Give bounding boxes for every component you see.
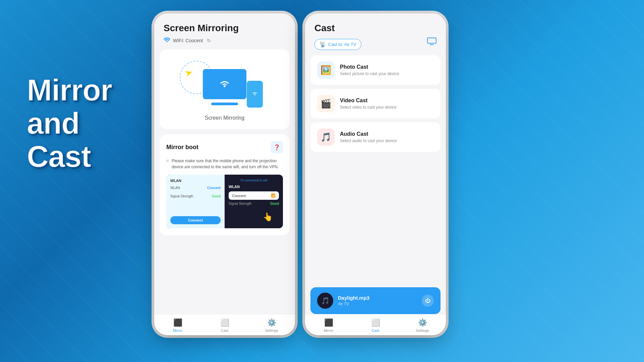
wlan-network: Coocent <box>232 194 246 198</box>
hero-text: Mirror and Cast <box>27 74 112 173</box>
tutorial-signal-row: Signal Strength Good <box>170 193 221 199</box>
cast-screen-icon <box>427 38 436 47</box>
settings-nav-label: Settings <box>265 328 278 333</box>
mirror-boot-card: Mirror boot ❓ Please make sure that the … <box>160 134 290 235</box>
signal-row: Signal Strength Good <box>229 202 279 205</box>
audio-cast-sub: Select audio to cast your device <box>340 138 397 143</box>
mirror-nav-label: Mirror <box>173 328 183 333</box>
audio-cast-card[interactable]: 🎵 Audio Cast Select audio to cast your d… <box>310 122 441 152</box>
tutorial-connect-btn[interactable]: Connect <box>170 216 221 224</box>
now-playing-title: Daylight.mp3 <box>338 295 417 301</box>
audio-cast-icon-wrap: 🎵 <box>317 128 335 146</box>
audio-icon: 🎵 <box>320 132 331 142</box>
nav-mirror[interactable]: ⬛ Mirror <box>154 318 201 333</box>
tutorial-wlan-text: WLAN <box>170 186 180 190</box>
cast-phone-header: Cast 📡 Cast to: Air TV <box>305 13 446 55</box>
tutorial-network: Coocent <box>207 186 221 190</box>
tutorial-signal-label: Signal Strength <box>170 194 193 198</box>
tutorial-right: TV connected to wifi WLAN Coocent 📶 Sign… <box>225 175 283 228</box>
wifi-label: WIFI: Coocent <box>173 38 203 43</box>
hero-line2: and <box>27 107 112 140</box>
now-playing-thumb: 🎵 <box>317 293 333 309</box>
cast-nav-settings[interactable]: ⚙️ Settings <box>399 318 446 333</box>
mirror-boot-header: Mirror boot ❓ <box>166 141 283 153</box>
refresh-icon[interactable]: ↻ <box>207 38 211 43</box>
video-cast-icon-wrap: 🎬 <box>317 95 335 112</box>
tv-shape <box>203 69 246 99</box>
tutorial-tv-connected: TV connected to wifi <box>229 179 279 182</box>
cast-settings-nav-label: Settings <box>416 328 429 333</box>
cast-settings-nav-icon: ⚙️ <box>418 318 427 327</box>
photo-cast-icon-wrap: 🖼️ <box>317 61 335 79</box>
cast-phone: Cast 📡 Cast to: Air TV 🖼️ Photo <box>305 13 446 335</box>
wlan-box: Coocent 📶 <box>229 191 279 200</box>
wlan-wifi-icon: 📶 <box>271 193 276 198</box>
mirror-card[interactable]: ➤ <box>160 49 290 129</box>
tutorial-wlan-row: WLAN Coocent <box>170 185 221 191</box>
tv-wifi-icon <box>218 77 231 91</box>
cast-nav-mirror[interactable]: ⬛ Mirror <box>305 318 352 333</box>
phones-container: Screen Mirroring WIFI: Coocent ↻ ➤ <box>154 13 446 335</box>
nav-settings[interactable]: ⚙️ Settings <box>248 318 295 333</box>
tutorial-left: WLAN WLAN Coocent Signal Strength Good C… <box>166 175 225 228</box>
wifi-tutorial: WLAN WLAN Coocent Signal Strength Good C… <box>166 175 283 228</box>
phone-wifi-icon <box>252 91 257 97</box>
now-playing-sub: Air TV <box>338 302 417 306</box>
cast-cast-nav-icon: ⬜ <box>371 318 380 327</box>
wifi-icon <box>164 37 170 44</box>
nav-cast[interactable]: ⬜ Cast <box>201 318 248 333</box>
wifi-bar: WIFI: Coocent ↻ <box>164 37 286 44</box>
audio-cast-title: Audio Cast <box>340 131 397 137</box>
svg-rect-2 <box>427 38 436 43</box>
mirror-illustration: ➤ <box>166 57 283 111</box>
mirror-boot-title: Mirror boot <box>166 144 198 151</box>
tutorial-wlan-label: WLAN <box>170 179 221 183</box>
video-cast-text: Video Cast Select video to cast your dev… <box>340 98 397 110</box>
mirror-nav-icon: ⬛ <box>173 318 182 327</box>
cast-phone-nav: ⬛ Mirror ⬜ Cast ⚙️ Settings <box>305 314 446 335</box>
boot-instruction: Please make sure that the mobile phone a… <box>166 158 283 170</box>
hero-line3: Cast <box>27 140 112 173</box>
mirror-phone-header: Screen Mirroring WIFI: Coocent ↻ <box>154 13 295 49</box>
cast-phone-title: Cast <box>314 23 436 34</box>
power-button[interactable]: ⏻ <box>422 295 434 307</box>
cast-mirror-nav-icon: ⬛ <box>324 318 333 327</box>
video-cast-sub: Select video to cast your device <box>340 105 397 110</box>
cast-nav-cast[interactable]: ⬜ Cast <box>352 318 399 333</box>
hand-cursor: 👆 <box>263 212 273 222</box>
photo-cast-text: Photo Cast Select picture to cast your d… <box>340 64 399 76</box>
audio-cast-text: Audio Cast Select audio to cast your dev… <box>340 131 397 143</box>
boot-instruction-text: Please make sure that the mobile phone a… <box>172 158 283 170</box>
mirror-content: ➤ <box>154 49 295 314</box>
mirror-phone-nav: ⬛ Mirror ⬜ Cast ⚙️ Settings <box>154 314 295 335</box>
cast-to-label: Cast to: Air TV <box>328 42 356 47</box>
hero-line1: Mirror <box>27 74 112 107</box>
cast-to-icon: 📡 <box>319 41 326 48</box>
photo-cast-card[interactable]: 🖼️ Photo Cast Select picture to cast you… <box>310 55 441 85</box>
tutorial-right-wlan: WLAN <box>229 185 279 189</box>
mirror-phone: Screen Mirroring WIFI: Coocent ↻ ➤ <box>154 13 295 335</box>
signal-value: Good <box>270 202 279 205</box>
signal-label: Signal Strength <box>229 202 251 205</box>
tutorial-signal-value: Good <box>212 194 221 198</box>
cast-nav-label: Cast <box>221 328 229 333</box>
video-cast-title: Video Cast <box>340 98 397 104</box>
photo-cast-title: Photo Cast <box>340 64 399 70</box>
cast-cast-nav-label: Cast <box>372 328 379 333</box>
now-playing-card[interactable]: 🎵 Daylight.mp3 Air TV ⏻ <box>310 287 441 314</box>
question-button[interactable]: ❓ <box>271 141 283 153</box>
video-icon: 🎬 <box>320 99 331 109</box>
photo-icon: 🖼️ <box>320 65 331 75</box>
mirror-label: Screen Mirroring <box>166 115 283 121</box>
video-cast-card[interactable]: 🎬 Video Cast Select video to cast your d… <box>310 89 441 118</box>
bullet-dot <box>166 160 169 162</box>
cast-content: 🖼️ Photo Cast Select picture to cast you… <box>305 55 446 314</box>
tv-body <box>203 69 246 99</box>
settings-nav-icon: ⚙️ <box>267 318 276 327</box>
cast-to-badge[interactable]: 📡 Cast to: Air TV <box>314 39 361 50</box>
cast-mirror-nav-label: Mirror <box>324 328 334 333</box>
svg-point-1 <box>254 95 255 96</box>
photo-cast-sub: Select picture to cast your device <box>340 71 399 76</box>
now-playing-info: Daylight.mp3 Air TV <box>338 295 417 306</box>
svg-point-0 <box>224 85 226 87</box>
